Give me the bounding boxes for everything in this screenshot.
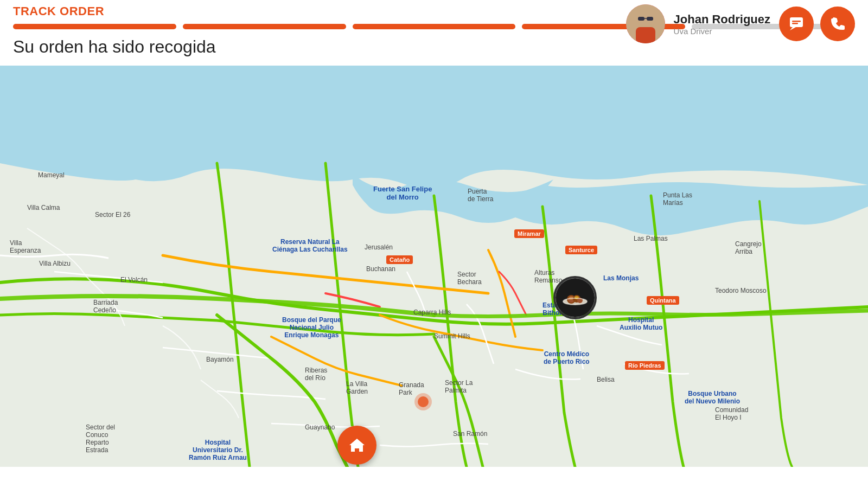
map-label-riberas-rio: Riberasdel Río	[305, 367, 327, 382]
map-label-san-ramon: San Ramón	[453, 430, 487, 438]
map-label-sector-bechara: SectorBechara	[457, 271, 482, 286]
map-label-guaynabo: Guaynabo	[305, 423, 335, 431]
map-label-miramar: Miramar	[514, 229, 544, 238]
driver-info: Johan Rodriguez Uva Driver	[626, 4, 855, 43]
map-label-bosque-parque: Bosque del ParqueNacional JulioEnrique M…	[282, 316, 341, 339]
svg-point-11	[418, 396, 429, 407]
map-label-villa-esperanza: VillaEsperanza	[10, 239, 41, 254]
map-label-rio-piedras: Río Piedras	[625, 361, 665, 370]
svg-rect-6	[790, 17, 803, 27]
map-label-centro-medico: Centro Médicode Puerto Rico	[544, 350, 590, 365]
driver-role: Uva Driver	[674, 27, 770, 36]
avatar	[626, 4, 665, 43]
map-label-catano: Cataño	[386, 255, 413, 264]
map-label-villa-calma: Villa Calma	[27, 204, 60, 211]
home-marker	[337, 426, 376, 465]
map-label-mameyal: Mameyal	[38, 171, 65, 179]
driver-marker	[553, 276, 597, 319]
map-label-hospital-universitario: HospitalUniversitario Dr.Ramón Ruiz Arna…	[189, 439, 247, 461]
driver-marker-image	[556, 278, 595, 317]
header: TRACK ORDER Johan R	[0, 0, 868, 29]
map-label-granada-park: GranadaPark	[399, 381, 424, 396]
map-label-villa-albizu: Villa Albizu	[39, 260, 71, 267]
svg-rect-2	[636, 27, 655, 43]
map-container[interactable]: Mameyal Villa Calma Sector El 26 VillaEs…	[0, 66, 868, 467]
map-label-sector-26: Sector El 26	[95, 211, 130, 219]
map-label-barriada-cedeno: BarriadaCedeño	[93, 299, 118, 314]
map-background: Mameyal Villa Calma Sector El 26 VillaEs…	[0, 66, 868, 467]
map-label-bayamon: Bayamón	[206, 356, 234, 363]
map-label-jerusalen: Jerusalén	[365, 243, 393, 251]
map-label-santurce: Santurce	[565, 246, 597, 254]
map-label-hospital-auxilio: HospitalAuxilio Mutuo	[620, 316, 662, 331]
progress-segment-3	[353, 24, 516, 29]
map-label-cangrejo-arriba: CangrejoArriba	[735, 240, 762, 255]
phone-button[interactable]	[820, 7, 855, 41]
svg-rect-10	[0, 66, 868, 467]
map-label-sector-conuco: Sector delConuco	[86, 423, 115, 439]
map-label-bosque-urbano: Bosque Urbanodel Nuevo Milenio	[685, 390, 740, 405]
progress-segment-2	[183, 24, 346, 29]
map-label-reparto-estrada: RepartoEstrada	[86, 439, 109, 454]
message-button[interactable]	[779, 7, 814, 41]
svg-rect-3	[638, 17, 644, 21]
map-label-puerta-tierra: Puertade Tierra	[468, 188, 493, 203]
svg-rect-4	[647, 17, 653, 21]
map-label-reserva-natural: Reserva Natural LaCiénaga Las Cucharilla…	[272, 238, 348, 253]
map-label-comunidad-hoyo: ComunidadEl Hoyo I	[715, 406, 748, 421]
svg-rect-8	[792, 21, 801, 22]
map-label-alturas: AlturasRemanso	[534, 269, 562, 284]
map-label-las-monjas: Las Monjas	[603, 274, 639, 282]
map-label-belisa: Belisa	[597, 376, 615, 383]
svg-point-12	[414, 393, 432, 410]
avatar-image	[626, 4, 665, 43]
map-label-la-villa-garden: La VillaGarden	[346, 380, 368, 395]
action-buttons	[779, 7, 855, 41]
map-label-el-volcan: El Volcán	[120, 276, 148, 284]
map-label-quintana: Quintana	[647, 296, 679, 305]
map-label-punta-las-marias: Punta LasMarías	[663, 191, 692, 207]
map-label-fuerte-san-felipe: Fuerte San Felipedel Morro	[373, 185, 432, 201]
svg-marker-7	[790, 27, 796, 30]
map-label-summit-hills: Summit Hills	[434, 332, 470, 340]
map-label-sector-palmita: Sector LaPalmita	[445, 379, 473, 394]
map-label-las-palmas: Las Palmas	[634, 235, 668, 242]
progress-segment-1	[13, 24, 176, 29]
driver-name: Johan Rodriguez	[674, 12, 770, 27]
map-label-teodoro-moscoso: Teodoro Moscoso	[715, 287, 767, 294]
driver-details: Johan Rodriguez Uva Driver	[674, 12, 770, 36]
map-label-buchanan: Buchanan	[366, 265, 395, 273]
svg-rect-9	[792, 23, 798, 24]
map-label-caparra-hills: Caparra Hills	[413, 309, 451, 316]
